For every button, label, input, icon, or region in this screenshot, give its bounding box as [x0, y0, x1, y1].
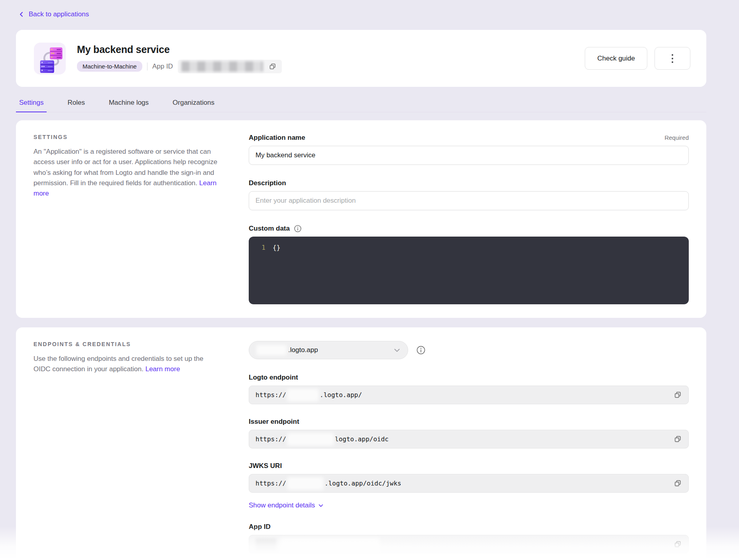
application-name-label: Application name [249, 134, 305, 142]
endpoint-url-prefix: https:// [256, 391, 286, 399]
app-id-value-chip [178, 60, 282, 73]
tab-machine-logs[interactable]: Machine logs [106, 96, 152, 112]
endpoints-section-intro: ENDPOINTS & CREDENTIALS Use the followin… [33, 341, 220, 554]
app-id-field [249, 535, 689, 554]
endpoints-learn-more-link[interactable]: Learn more [145, 365, 180, 373]
info-icon [416, 345, 426, 355]
editor-code-content: {} [273, 244, 280, 297]
copy-icon [674, 479, 682, 488]
settings-section-heading: SETTINGS [33, 134, 220, 140]
app-id-redacted-gray [256, 538, 276, 550]
app-title: My backend service [77, 44, 282, 55]
machine-to-machine-app-icon [34, 43, 66, 74]
app-header-info: My backend service Machine-to-Machine Ap… [77, 44, 282, 73]
copy-jwks-uri-button[interactable] [672, 478, 684, 489]
app-type-badge: Machine-to-Machine [77, 61, 142, 72]
issuer-endpoint-field: https:// logto.app/oidc [249, 430, 689, 448]
header-actions: Check guide [585, 47, 690, 70]
tab-roles[interactable]: Roles [64, 96, 88, 112]
logto-endpoint-group: Logto endpoint https:// .logto.app/ [249, 374, 689, 404]
description-label: Description [249, 179, 286, 187]
more-options-button[interactable] [654, 47, 690, 70]
endpoints-credentials-card: ENDPOINTS & CREDENTIALS Use the followin… [16, 327, 706, 560]
copy-app-id-field-button[interactable] [672, 538, 684, 550]
tab-settings[interactable]: Settings [16, 96, 47, 112]
domain-suffix-text: .logto.app [288, 346, 318, 354]
copy-app-id-button[interactable] [267, 61, 278, 72]
app-id-group: App ID [249, 523, 689, 554]
app-id-redacted-white [280, 538, 380, 551]
custom-data-group: Custom data 1 {} [249, 225, 689, 304]
settings-card: SETTINGS An "Application" is a registere… [16, 120, 706, 318]
issuer-endpoint-group: Issuer endpoint https:// logto.app/oidc [249, 418, 689, 448]
app-detail-tabs: Settings Roles Machine logs Organization… [16, 96, 706, 112]
chevron-down-icon [393, 347, 401, 354]
endpoints-section-heading: ENDPOINTS & CREDENTIALS [33, 341, 220, 347]
jwks-uri-label: JWKS URI [249, 462, 689, 470]
endpoint-redacted [287, 433, 334, 446]
endpoint-url-prefix: https:// [256, 480, 286, 487]
custom-data-info-button[interactable] [294, 225, 302, 233]
app-header-card: My backend service Machine-to-Machine Ap… [16, 30, 706, 87]
check-guide-button[interactable]: Check guide [585, 47, 647, 70]
application-detail-page: Back to applications [0, 0, 739, 560]
description-group: Description [249, 179, 689, 210]
jwks-uri-field: https:// .logto.app/oidc/jwks [249, 474, 689, 493]
copy-logto-endpoint-button[interactable] [672, 389, 684, 401]
tab-organizations[interactable]: Organizations [169, 96, 218, 112]
chevron-left-icon [18, 11, 25, 18]
jwks-uri-group: JWKS URI https:// .logto.app/oidc/jwks [249, 462, 689, 493]
application-name-input[interactable] [249, 146, 689, 165]
copy-issuer-endpoint-button[interactable] [672, 433, 684, 445]
meta-divider [147, 63, 147, 70]
settings-section-description: An "Application" is a registered softwar… [33, 147, 220, 199]
endpoint-url-suffix: logto.app/oidc [335, 435, 389, 443]
domain-select-row: .logto.app [249, 341, 689, 359]
show-endpoint-details-link[interactable]: Show endpoint details [249, 501, 324, 509]
endpoints-section-description: Use the following endpoints and credenti… [33, 354, 220, 375]
domain-info-button[interactable] [416, 345, 426, 355]
domain-select[interactable]: .logto.app [249, 341, 408, 359]
endpoint-url-suffix: .logto.app/oidc/jwks [324, 480, 401, 487]
app-id-redacted-value [181, 61, 263, 72]
settings-form: Application name Required Description Cu… [249, 134, 689, 304]
endpoints-form: .logto.app Logto endpo [249, 341, 689, 554]
copy-icon [269, 63, 277, 70]
copy-icon [674, 435, 682, 443]
tenant-id-redacted [256, 345, 287, 355]
required-badge: Required [664, 134, 689, 141]
custom-data-label: Custom data [249, 225, 290, 233]
info-icon [294, 225, 302, 233]
app-meta-row: Machine-to-Machine App ID [77, 60, 282, 73]
endpoint-url-prefix: https:// [256, 435, 286, 443]
kebab-menu-icon [672, 54, 673, 63]
description-input[interactable] [249, 191, 689, 210]
editor-line-number: 1 [249, 244, 265, 297]
endpoint-redacted [287, 389, 319, 401]
endpoint-redacted [287, 477, 324, 490]
back-to-applications-link[interactable]: Back to applications [18, 10, 89, 18]
app-id-field-label: App ID [249, 523, 689, 531]
logto-endpoint-field: https:// .logto.app/ [249, 386, 689, 404]
app-id-label: App ID [152, 63, 173, 70]
copy-icon [674, 391, 682, 399]
chevron-down-icon [318, 503, 324, 508]
application-name-group: Application name Required [249, 134, 689, 165]
logto-endpoint-label: Logto endpoint [249, 374, 689, 382]
custom-data-code-editor[interactable]: 1 {} [249, 237, 689, 304]
issuer-endpoint-label: Issuer endpoint [249, 418, 689, 426]
copy-icon [674, 540, 682, 548]
endpoint-url-suffix: .logto.app/ [320, 391, 362, 399]
settings-section-intro: SETTINGS An "Application" is a registere… [33, 134, 220, 304]
back-link-label: Back to applications [29, 10, 89, 18]
